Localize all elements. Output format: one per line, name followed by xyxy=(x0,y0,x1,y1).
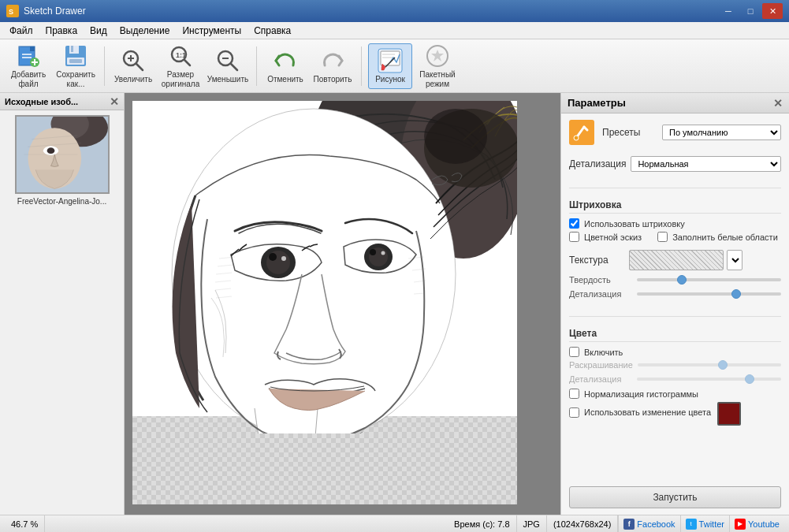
youtube-link[interactable]: ▶ Youtube xyxy=(729,515,784,532)
normalize-histogram-label[interactable]: Нормализация гистограммы xyxy=(584,389,698,399)
colorize-label: Раскрашивание xyxy=(569,360,633,370)
right-panel-close-btn[interactable]: ✕ xyxy=(773,97,783,110)
color-sketch-row: Цветной эскиз xyxy=(569,232,642,242)
youtube-label: Youtube xyxy=(748,519,780,529)
preset-icon xyxy=(569,120,594,145)
fill-white-checkbox[interactable] xyxy=(657,232,668,242)
hatching-detail-slider[interactable] xyxy=(637,292,781,296)
colors-enable-checkbox[interactable] xyxy=(569,347,579,357)
color-swatch[interactable] xyxy=(717,402,741,426)
twitter-link[interactable]: t Twitter xyxy=(680,515,729,532)
run-button[interactable]: Запустить xyxy=(569,486,781,508)
transparent-checker xyxy=(132,433,517,504)
menu-help[interactable]: Справка xyxy=(247,24,297,38)
dimensions-value: (1024x768x24) xyxy=(553,519,611,529)
redo-icon xyxy=(320,48,345,73)
toolbar-zoom-out[interactable]: Уменьшить xyxy=(206,43,250,89)
presets-row: Пресеты По умолчанию Карандаш Уголь Аним… xyxy=(569,120,781,145)
add-file-icon xyxy=(16,43,41,69)
toolbar-sep-1 xyxy=(104,47,105,86)
toolbar-undo[interactable]: Отменить xyxy=(263,43,307,89)
colorize-row: Раскрашивание xyxy=(569,360,781,370)
zoom-in-icon xyxy=(121,48,146,73)
svg-point-50 xyxy=(269,253,277,261)
color-sketch-checkbox[interactable] xyxy=(569,232,579,242)
menu-edit[interactable]: Правка xyxy=(39,24,84,38)
batch-label: Пакетный режим xyxy=(419,70,456,89)
use-hatching-checkbox[interactable] xyxy=(569,218,579,229)
colorize-slider[interactable] xyxy=(638,363,781,366)
zoom-in-label: Увеличить xyxy=(114,75,152,84)
toolbar-redo[interactable]: Повторить xyxy=(311,43,355,89)
toolbar-save-as[interactable]: Сохранить как... xyxy=(54,43,98,89)
right-panel: Параметры ✕ Пресеты По умолчанию Каранда… xyxy=(560,93,789,515)
app-title: Sketch Drawer xyxy=(24,6,86,17)
dimensions-segment: (1024x768x24) xyxy=(547,515,618,532)
svg-line-21 xyxy=(184,60,190,65)
svg-rect-12 xyxy=(71,46,73,52)
menu-tools[interactable]: Инструменты xyxy=(176,24,247,38)
toolbar-sep-2 xyxy=(256,47,257,86)
presets-select[interactable]: По умолчанию Карандаш Уголь Аниме xyxy=(662,125,781,140)
time-label: Время (с): xyxy=(454,519,495,529)
hatching-title: Штриховка xyxy=(569,199,781,214)
zoom-out-icon xyxy=(215,48,240,73)
left-panel-title: Исходные изоб... xyxy=(5,97,78,106)
left-panel-header: Исходные изоб... ✕ xyxy=(0,93,124,110)
hardness-label: Твердость xyxy=(569,275,632,285)
canvas-wrapper xyxy=(132,101,517,504)
colors-section: Цвета Включить Раскрашивание Детализация xyxy=(569,328,781,426)
texture-dropdown[interactable]: ▼ xyxy=(727,250,742,270)
toolbar-original-size[interactable]: 1:1 Размер оригинала xyxy=(158,43,203,89)
twitter-icon: t xyxy=(686,519,697,530)
toolbar: Добавить файл Сохранить как... Увеличить xyxy=(0,39,789,93)
presets-label: Пресеты xyxy=(602,127,657,138)
svg-rect-11 xyxy=(69,46,79,54)
colors-enable-label[interactable]: Включить xyxy=(584,348,623,357)
save-as-label: Сохранить как... xyxy=(56,70,95,89)
detail-select[interactable]: Нормальная Низкая Высокая xyxy=(631,156,781,172)
svg-point-54 xyxy=(370,249,376,255)
normalize-histogram-checkbox[interactable] xyxy=(569,389,579,399)
canvas-area[interactable] xyxy=(125,93,560,515)
source-thumbnail[interactable] xyxy=(15,115,110,194)
twitter-label: Twitter xyxy=(699,519,724,529)
svg-line-18 xyxy=(136,64,143,70)
use-color-change-label[interactable]: Использовать изменение цвета xyxy=(584,407,711,417)
main-area: Исходные изоб... ✕ xyxy=(0,93,789,515)
use-hatching-label[interactable]: Использовать штриховку xyxy=(584,219,685,229)
zoom-value: 46.7 % xyxy=(11,519,38,529)
zoom-segment: 46.7 % xyxy=(5,515,45,532)
right-panel-header: Параметры ✕ xyxy=(561,93,789,113)
menu-file[interactable]: Файл xyxy=(3,24,39,38)
youtube-icon: ▶ xyxy=(735,519,746,530)
menu-view[interactable]: Вид xyxy=(84,24,114,38)
hardness-slider[interactable] xyxy=(637,278,781,281)
save-as-icon xyxy=(63,43,88,69)
use-color-change-checkbox[interactable] xyxy=(569,407,579,418)
undo-label: Отменить xyxy=(267,75,303,84)
color-sketch-label[interactable]: Цветной эскиз xyxy=(584,233,642,242)
colors-enable-row: Включить xyxy=(569,347,781,357)
use-color-change-row: Использовать изменение цвета xyxy=(569,407,711,418)
left-panel-close[interactable]: ✕ xyxy=(110,95,119,108)
time-segment: Время (с): 7.8 xyxy=(448,515,516,532)
close-button[interactable]: ✕ xyxy=(762,3,783,19)
toolbar-add-file[interactable]: Добавить файл xyxy=(6,43,50,89)
toolbar-zoom-in[interactable]: Увеличить xyxy=(111,43,155,89)
drawing-icon xyxy=(378,48,403,73)
menubar: Файл Правка Вид Выделение Инструменты Сп… xyxy=(0,22,789,39)
menu-selection[interactable]: Выделение xyxy=(114,24,177,38)
toolbar-drawing[interactable]: Рисунок xyxy=(368,43,412,89)
batch-icon xyxy=(425,43,450,69)
zoom-out-label: Уменьшить xyxy=(207,75,248,84)
maximize-button[interactable]: □ xyxy=(740,3,761,19)
fill-white-row: Заполнить белые области xyxy=(657,232,778,242)
svg-line-24 xyxy=(231,64,237,70)
minimize-button[interactable]: ─ xyxy=(718,3,739,19)
toolbar-batch[interactable]: Пакетный режим xyxy=(415,43,460,89)
facebook-link[interactable]: f Facebook xyxy=(618,515,679,532)
fill-white-label[interactable]: Заполнить белые области xyxy=(672,233,778,242)
original-size-label: Размер оригинала xyxy=(162,70,199,89)
color-detail-slider[interactable] xyxy=(637,378,781,381)
